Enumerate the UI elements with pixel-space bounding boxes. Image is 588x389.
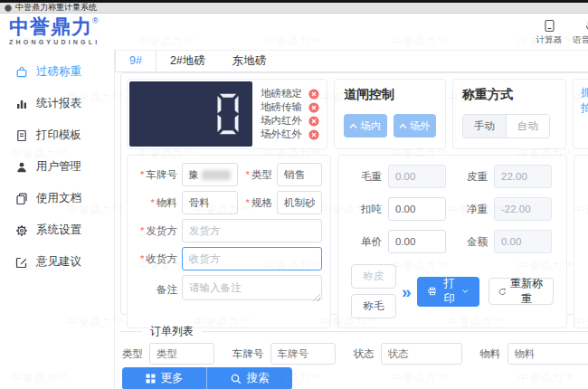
price-label: 单价 xyxy=(351,235,382,249)
double-chevron-icon: » xyxy=(402,283,412,300)
gate-inside-button[interactable]: 场内 xyxy=(344,114,387,138)
consignee-field[interactable] xyxy=(182,247,322,270)
sidebar-item-label: 过磅称重 xyxy=(36,64,81,80)
gate-control-title: 道闸控制 xyxy=(344,87,436,103)
window-title: 中誉鼎力称重计量系统 xyxy=(15,2,97,14)
mode-auto-option[interactable]: 自动 xyxy=(507,115,549,138)
capture-link[interactable]: 抓拍 xyxy=(581,86,588,114)
weigh-tare-button[interactable]: 称皮 xyxy=(351,264,396,289)
bar-chart-icon xyxy=(15,98,28,110)
order-list-divider: 订单列表 xyxy=(120,324,588,339)
shipper-field[interactable] xyxy=(182,219,322,242)
calculator-icon xyxy=(543,19,556,33)
order-filters: 类型 车牌号 状态 物料 xyxy=(122,343,588,365)
status-infrared-in: 场内红外 xyxy=(261,114,319,128)
weight-display xyxy=(129,81,252,147)
error-icon xyxy=(308,129,319,140)
filter-material: 物料 xyxy=(480,343,588,365)
gross-label: 毛重 xyxy=(351,170,382,184)
app-icon xyxy=(5,5,12,12)
copy-docs-icon xyxy=(15,193,28,205)
user-icon xyxy=(15,161,28,174)
net-field xyxy=(494,197,552,221)
remark-field[interactable] xyxy=(182,275,322,300)
sidebar-item-reports[interactable]: 统计报表 xyxy=(0,88,114,119)
refresh-icon xyxy=(498,287,507,297)
spec-field[interactable] xyxy=(277,191,322,214)
status-infrared-out: 场外红外 xyxy=(261,128,319,141)
scale-tabs: 9# 2#地磅 东地磅 xyxy=(115,50,588,72)
gate-outside-button[interactable]: 场外 xyxy=(394,114,437,138)
sidebar-item-print-template[interactable]: 打印模板 xyxy=(0,119,114,151)
voice-label: 语音播报 xyxy=(570,34,588,46)
weigh-gross-button[interactable]: 称毛 xyxy=(351,294,396,318)
logo-subtext: ZHONGYUDINGLI xyxy=(9,39,100,45)
type-field[interactable] xyxy=(277,163,322,186)
sidebar: 过磅称重 统计报表 打印模板 用户管理 使用文档 xyxy=(0,50,115,389)
reweigh-button[interactable]: 重新称重 xyxy=(488,278,554,305)
plate-value: 豫 xyxy=(188,168,199,182)
gate-buttons: 场内 场外 xyxy=(344,114,436,138)
gear-icon xyxy=(15,224,28,237)
sidebar-item-docs[interactable]: 使用文档 xyxy=(0,183,114,214)
brand-logo: 中誉鼎力® ZHONGYUDINGLI xyxy=(9,17,100,45)
deduct-field[interactable] xyxy=(388,197,446,221)
filter-type: 类型 xyxy=(122,343,214,365)
document-icon xyxy=(15,129,28,142)
sidebar-item-settings[interactable]: 系统设置 xyxy=(0,214,114,246)
weighing-panel: 地磅稳定 地磅传输 场内红外 场外红外 xyxy=(120,72,588,315)
seven-segment-zero xyxy=(216,91,240,137)
sidebar-item-users[interactable]: 用户管理 xyxy=(0,151,114,183)
tare-label: 皮重 xyxy=(457,170,488,184)
plate-field[interactable]: 豫 xyxy=(182,163,238,186)
amount-label: 金额 xyxy=(457,235,488,249)
filter-material-input[interactable] xyxy=(507,343,588,365)
voice-tool[interactable]: 语音播报 xyxy=(570,19,588,46)
order-list-title: 订单列表 xyxy=(142,324,202,339)
filter-plate-input[interactable] xyxy=(270,343,336,365)
tab-2-dibang[interactable]: 2#地磅 xyxy=(156,51,219,71)
filter-type-input[interactable] xyxy=(149,343,214,365)
main-content: 9# 2#地磅 东地磅 xyxy=(115,50,588,389)
filter-plate: 车牌号 xyxy=(232,343,336,365)
tab-dong-dibang[interactable]: 东地磅 xyxy=(219,51,280,71)
sidebar-item-label: 打印模板 xyxy=(36,128,81,143)
registered-mark-icon: ® xyxy=(92,16,99,25)
printer-icon xyxy=(428,286,437,297)
search-button[interactable]: 搜索 xyxy=(207,367,292,389)
mode-manual-option[interactable]: 手动 xyxy=(463,115,507,138)
bottom-row: 车牌号 豫 类型 物料 规格 发货方 xyxy=(127,155,588,328)
sidebar-item-label: 系统设置 xyxy=(36,223,81,238)
tare-field xyxy=(494,165,552,188)
app-header: 中誉鼎力® ZHONGYUDINGLI 计算器 语音播报 xyxy=(0,14,588,50)
error-icon xyxy=(308,89,319,100)
tab-9[interactable]: 9# xyxy=(115,51,156,71)
capture-card: 抓拍 xyxy=(573,79,588,149)
weights-card: 毛重 皮重 扣吨 净重 单价 金额 xyxy=(337,155,567,328)
price-field[interactable] xyxy=(388,230,446,253)
gate-control-card: 道闸控制 场内 场外 xyxy=(334,79,446,149)
amount-field xyxy=(494,230,552,253)
chevron-down-icon xyxy=(462,289,469,294)
weigh-mode-title: 称重方式 xyxy=(462,87,556,103)
filter-status-input[interactable] xyxy=(381,343,462,365)
shipper-label: 发货方 xyxy=(136,224,177,238)
print-button[interactable]: 打印 xyxy=(417,277,479,307)
actions-row: 称皮 称毛 » 打印 xyxy=(351,264,554,318)
error-icon xyxy=(308,102,319,113)
more-button[interactable]: 更多 xyxy=(122,367,207,389)
status-stable: 地磅稳定 xyxy=(261,87,319,100)
order-form-card: 车牌号 豫 类型 物料 规格 发货方 xyxy=(127,155,331,328)
sidebar-item-feedback[interactable]: 意见建议 xyxy=(0,246,114,278)
chevron-up-icon xyxy=(349,123,357,129)
search-icon xyxy=(231,374,242,384)
sidebar-item-label: 用户管理 xyxy=(36,159,81,175)
sidebar-item-weighing[interactable]: 过磅称重 xyxy=(0,56,114,88)
order-list-buttons: 更多 搜索 xyxy=(122,367,292,389)
calculator-label: 计算器 xyxy=(529,34,569,46)
deduct-label: 扣吨 xyxy=(351,203,382,216)
edit-icon xyxy=(15,256,28,269)
material-field[interactable] xyxy=(182,191,238,214)
calculator-tool[interactable]: 计算器 xyxy=(529,19,569,46)
side-panel-card xyxy=(574,155,588,328)
